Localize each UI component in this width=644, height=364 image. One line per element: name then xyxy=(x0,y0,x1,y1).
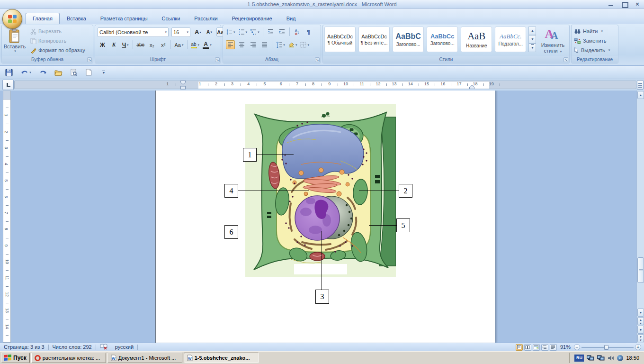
browse-object-button[interactable]: ● xyxy=(637,326,644,334)
start-button[interactable]: Пуск xyxy=(1,353,30,363)
zoom-level[interactable]: 91% xyxy=(558,343,572,351)
shrink-font-button[interactable]: A▼ xyxy=(205,27,214,36)
figure-label-5[interactable]: 5 xyxy=(396,218,410,232)
save-button[interactable] xyxy=(4,68,14,77)
restore-button[interactable] xyxy=(621,2,627,7)
scroll-up-button[interactable]: ▲ xyxy=(637,91,644,99)
language-indicator[interactable]: русский xyxy=(111,343,137,351)
subscript-button[interactable]: x₂ xyxy=(147,40,156,49)
scrollbar-thumb[interactable] xyxy=(637,257,644,283)
tab-mailings[interactable]: Рассылки xyxy=(187,13,224,24)
clock[interactable]: 18:50 xyxy=(626,355,639,361)
superscript-button[interactable]: x² xyxy=(159,40,168,49)
multilevel-list-button[interactable]: ▾ xyxy=(250,27,260,36)
vertical-scrollbar[interactable]: ▲ ▼ ▲▲ ● ▼▼ xyxy=(636,91,644,343)
bold-button[interactable]: Ж xyxy=(98,40,107,49)
sort-button[interactable]: АЯ↓ xyxy=(293,27,302,36)
open-button[interactable] xyxy=(53,68,63,77)
zoom-slider[interactable] xyxy=(581,344,634,350)
web-layout-view-button[interactable] xyxy=(533,344,540,351)
align-right-button[interactable] xyxy=(249,40,258,49)
justify-button[interactable] xyxy=(260,40,269,49)
change-case-button[interactable]: Aa▾ xyxy=(174,40,184,49)
language-bar[interactable]: RU xyxy=(574,355,584,362)
figure-label-2[interactable]: 2 xyxy=(399,184,412,198)
ruler-toggle-button[interactable] xyxy=(637,80,644,90)
styles-more-button[interactable]: ▼ xyxy=(528,44,536,52)
numbering-button[interactable]: ▾ xyxy=(238,27,248,36)
fullscreen-reading-view-button[interactable] xyxy=(524,344,531,351)
network-icon-2[interactable] xyxy=(597,355,605,361)
style-normal[interactable]: AaBbCcDc¶ Обычный xyxy=(324,27,356,52)
task-document1[interactable]: W Документ1 - Microsoft ... xyxy=(107,353,182,363)
figure-label-3[interactable]: 3 xyxy=(315,290,329,304)
highlight-button[interactable]: ab▾ xyxy=(190,40,200,49)
outline-view-button[interactable] xyxy=(541,344,548,351)
line-spacing-button[interactable]: ▾ xyxy=(275,40,286,49)
minimize-button[interactable] xyxy=(608,2,614,7)
format-painter-button[interactable]: Формат по образцу xyxy=(28,46,87,55)
align-left-button[interactable] xyxy=(226,40,235,49)
office-button[interactable] xyxy=(2,9,22,29)
style-heading2[interactable]: AaBbCcЗаголово... xyxy=(427,27,458,52)
tab-page-layout[interactable]: Разметка страницы xyxy=(93,13,155,24)
font-name-combo[interactable]: Calibri (Основной те▾ xyxy=(98,27,169,37)
figure-label-6[interactable]: 6 xyxy=(224,225,238,239)
replace-button[interactable]: Заменить xyxy=(572,36,618,46)
redo-button[interactable] xyxy=(38,68,48,77)
network-icon[interactable] xyxy=(587,355,594,361)
task-opera[interactable]: растительная клетка: ... xyxy=(31,353,106,363)
browse-previous-button[interactable]: ▲▲ xyxy=(637,317,644,325)
borders-button[interactable]: ▾ xyxy=(300,40,310,49)
page-indicator[interactable]: Страница: 3 из 3 xyxy=(0,343,48,351)
select-button[interactable]: Выделить▾ xyxy=(572,46,618,55)
cut-button[interactable]: Вырезать xyxy=(28,27,87,36)
tab-home[interactable]: Главная xyxy=(26,13,60,24)
close-button[interactable]: × xyxy=(635,2,640,7)
increase-indent-button[interactable] xyxy=(277,27,286,36)
font-color-button[interactable]: A▾ xyxy=(202,40,212,49)
tab-review[interactable]: Рецензирование xyxy=(225,13,279,24)
print-layout-view-button[interactable] xyxy=(516,344,523,351)
first-line-indent-marker[interactable] xyxy=(180,80,186,90)
paragraph-dialog-launcher[interactable]: ↘ xyxy=(315,57,320,62)
browse-next-button[interactable]: ▼▼ xyxy=(637,334,644,342)
antivirus-icon[interactable]: a xyxy=(617,355,623,361)
print-preview-button[interactable] xyxy=(68,68,79,77)
tab-selector[interactable] xyxy=(2,80,14,90)
tab-insert[interactable]: Вставка xyxy=(60,13,93,24)
underline-button[interactable]: Ч▾ xyxy=(121,40,130,49)
zoom-in-button[interactable]: + xyxy=(635,344,641,350)
decrease-indent-button[interactable] xyxy=(266,27,275,36)
grow-font-button[interactable]: A▲ xyxy=(194,27,203,36)
figure-label-1[interactable]: 1 xyxy=(243,148,257,162)
styles-dialog-launcher[interactable]: ↘ xyxy=(564,57,568,62)
copy-button[interactable]: Копировать xyxy=(28,36,87,46)
v-ruler[interactable]: 1234567891011121314 xyxy=(3,91,11,343)
clipboard-dialog-launcher[interactable]: ↘ xyxy=(87,57,92,62)
word-count[interactable]: Число слов: 292 xyxy=(49,343,96,351)
find-button[interactable]: Найти▾ xyxy=(572,27,618,36)
style-subtitle[interactable]: AaBbCc.Подзагол... xyxy=(495,27,526,52)
volume-icon[interactable] xyxy=(608,355,614,361)
style-no-spacing[interactable]: AaBbCcDc¶ Без инте... xyxy=(358,27,390,52)
spellcheck-indicator[interactable] xyxy=(96,343,111,351)
font-size-combo[interactable]: 16▾ xyxy=(171,27,190,37)
italic-button[interactable]: K xyxy=(109,40,118,49)
tab-references[interactable]: Ссылки xyxy=(155,13,188,24)
zoom-out-button[interactable]: − xyxy=(574,344,580,350)
styles-scroll-up-button[interactable]: ▲ xyxy=(528,27,536,35)
draft-view-button[interactable] xyxy=(550,344,557,351)
tab-view[interactable]: Вид xyxy=(279,13,303,24)
show-paragraph-marks-button[interactable]: ¶ xyxy=(304,27,313,36)
figure-label-4[interactable]: 4 xyxy=(224,184,238,198)
bullets-button[interactable]: ▾ xyxy=(226,27,236,36)
strikethrough-button[interactable]: abe xyxy=(136,40,145,49)
task-current-document[interactable]: W 1-5.obshchee_znako... xyxy=(184,353,259,363)
styles-scroll-down-button[interactable]: ▼ xyxy=(528,35,536,44)
undo-button[interactable]: ▾ xyxy=(19,68,33,77)
qat-customize-button[interactable]: ▼ xyxy=(98,68,109,77)
new-document-button[interactable] xyxy=(83,68,94,77)
zoom-slider-thumb[interactable] xyxy=(604,345,608,350)
font-dialog-launcher[interactable]: ↘ xyxy=(215,57,220,62)
